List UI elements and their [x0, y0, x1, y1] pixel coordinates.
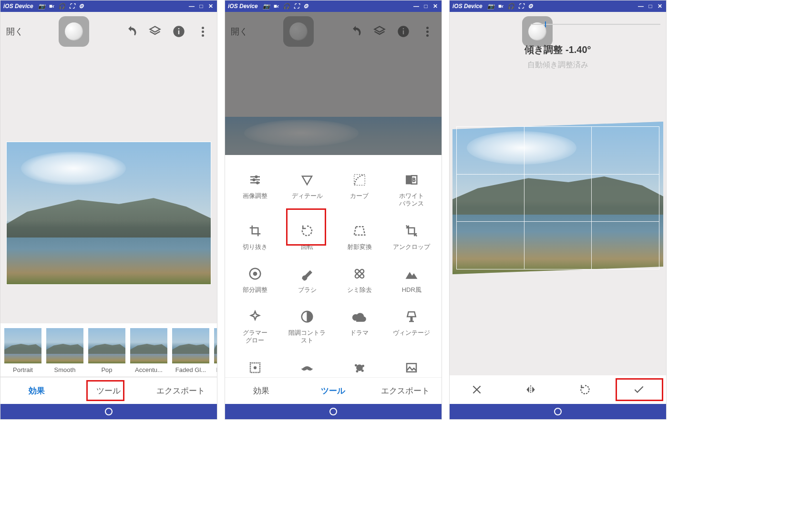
home-button[interactable]	[329, 408, 337, 415]
tool-grunge[interactable]	[333, 352, 386, 378]
filter-thumb[interactable]: Smooth	[46, 328, 83, 373]
tool-label: ドラマ	[335, 329, 384, 337]
tool-drama[interactable]: ドラマ	[333, 301, 386, 352]
tool-tonal-contrast[interactable]: 階調コントラ スト	[281, 301, 334, 352]
maximize-button[interactable]: □	[198, 3, 205, 10]
tool-rotate[interactable]: 回転	[281, 216, 334, 258]
tool-healing[interactable]: シミ除去	[333, 258, 386, 301]
tab-tools[interactable]: ツール	[72, 378, 144, 404]
tab-export[interactable]: エクスポート	[370, 378, 442, 404]
more-icon[interactable]	[196, 25, 209, 38]
video-icon[interactable]: ■‹	[498, 3, 504, 10]
main-photo[interactable]	[6, 142, 211, 285]
tool-details[interactable]: ディテール	[281, 165, 334, 216]
tool-label: 階調コントラ スト	[283, 329, 332, 345]
home-button[interactable]	[554, 408, 562, 415]
filter-thumb[interactable]: Accentu...	[130, 328, 167, 373]
fullscreen-icon[interactable]: ⛶	[69, 3, 75, 10]
window-controls: — □ ✕	[413, 3, 439, 10]
close-button[interactable]: ✕	[657, 3, 663, 10]
filter-thumb[interactable]: M	[214, 328, 217, 373]
tool-crop[interactable]: 切り抜き	[229, 216, 281, 258]
splat-icon	[335, 359, 384, 376]
crop-grid	[456, 126, 659, 269]
svg-point-7	[253, 179, 255, 181]
tool-brush[interactable]: ブラシ	[281, 258, 334, 301]
close-button[interactable]: ✕	[207, 3, 214, 10]
rotate-preview[interactable]	[452, 122, 663, 274]
sliders-icon	[231, 171, 279, 188]
tool-uncrop[interactable]: アンクロップ	[386, 216, 438, 258]
angle-slider[interactable]	[531, 24, 660, 25]
tool-label: 回転	[283, 243, 332, 251]
tool-tune-image[interactable]: 画像調整	[229, 165, 281, 216]
filter-thumb[interactable]: Portrait	[4, 328, 41, 373]
tab-tools[interactable]: ツール	[297, 378, 369, 404]
app-body-main: 開く Portrait Smooth Po	[0, 12, 217, 404]
confirm-button[interactable]	[612, 375, 667, 404]
tool-perspective[interactable]: 射影変換	[333, 216, 386, 258]
tool-vintage[interactable]: ヴィンテージ	[386, 301, 438, 352]
uncrop-icon	[388, 222, 436, 239]
camera-icon[interactable]: 📷	[487, 3, 494, 10]
maximize-button[interactable]: □	[422, 3, 429, 10]
tool-bw[interactable]	[386, 352, 438, 378]
minimize-button[interactable]: —	[413, 3, 420, 10]
svg-point-8	[256, 182, 258, 184]
info-icon[interactable]	[172, 25, 185, 38]
camera-icon[interactable]: 📷	[38, 3, 45, 10]
tool-hdr[interactable]: HDR風	[386, 258, 438, 301]
headphones-icon[interactable]: 🎧	[58, 3, 65, 10]
rotate-90-button[interactable]	[558, 375, 612, 404]
app-icon[interactable]	[522, 16, 553, 47]
device-screen-1: iOS Device 📷 ■‹ 🎧 ⛶ ⚙ — □ ✕ 開く	[0, 0, 217, 420]
home-button[interactable]	[105, 408, 113, 415]
check-icon	[633, 383, 645, 396]
headphones-icon[interactable]: 🎧	[507, 3, 514, 10]
tab-effects[interactable]: 効果	[0, 378, 72, 404]
gear-icon[interactable]: ⚙	[303, 3, 308, 10]
tool-glamour-glow[interactable]: グラマー グロー	[229, 301, 281, 352]
minimize-button[interactable]: —	[188, 3, 195, 10]
rotate-icon	[579, 383, 591, 396]
video-icon[interactable]: ■‹	[49, 3, 54, 10]
gear-icon[interactable]: ⚙	[79, 3, 84, 10]
gear-icon[interactable]: ⚙	[528, 3, 533, 10]
titlebar-tool-icons: 📷 ■‹ 🎧 ⛶ ⚙	[487, 3, 637, 10]
layers-icon[interactable]	[148, 25, 162, 38]
fullscreen-icon[interactable]: ⛶	[294, 3, 299, 10]
video-icon[interactable]: ■‹	[274, 3, 279, 10]
svg-point-21	[357, 364, 363, 371]
dimmed-editor-area: 開く	[225, 12, 442, 155]
thumb-label: Accentu...	[130, 366, 167, 373]
cloud-icon	[335, 308, 384, 325]
tool-white-balance[interactable]: WB ホワイト バランス	[386, 165, 438, 216]
window-titlebar: iOS Device 📷 ■‹ 🎧 ⛶ ⚙ — □ ✕	[0, 0, 217, 12]
device-navbar	[450, 404, 666, 419]
maximize-button[interactable]: □	[647, 3, 654, 10]
camera-icon[interactable]: 📷	[263, 3, 270, 10]
tool-selective[interactable]: 部分調整	[229, 258, 281, 301]
tab-export[interactable]: エクスポート	[145, 378, 217, 404]
cancel-button[interactable]	[450, 375, 504, 404]
tool-curves[interactable]: カーブ	[333, 165, 386, 216]
rotate-angle-title: 傾き調整 -1.40°	[450, 43, 666, 56]
thumb-label: Smooth	[46, 366, 83, 373]
tool-retrolux[interactable]	[281, 352, 334, 378]
fullscreen-icon[interactable]: ⛶	[518, 3, 524, 10]
window-titlebar: iOS Device 📷 ■‹ 🎧 ⛶ ⚙ — □ ✕	[225, 0, 442, 12]
filter-thumb[interactable]: Faded Gl...	[172, 328, 209, 373]
tab-effects[interactable]: 効果	[225, 378, 297, 404]
close-button[interactable]: ✕	[432, 3, 439, 10]
svg-point-25	[361, 370, 363, 372]
minimize-button[interactable]: —	[637, 3, 644, 10]
headphones-icon[interactable]: 🎧	[283, 3, 290, 10]
open-button[interactable]: 開く	[6, 26, 40, 37]
tool-grainy-film[interactable]	[229, 352, 281, 378]
app-icon[interactable]	[59, 16, 89, 47]
filter-thumb[interactable]: Pop	[88, 328, 125, 373]
flip-button[interactable]	[504, 375, 558, 404]
device-label: iOS Device	[452, 3, 483, 10]
thumb-label: M	[214, 366, 217, 373]
undo-icon[interactable]	[124, 25, 138, 38]
